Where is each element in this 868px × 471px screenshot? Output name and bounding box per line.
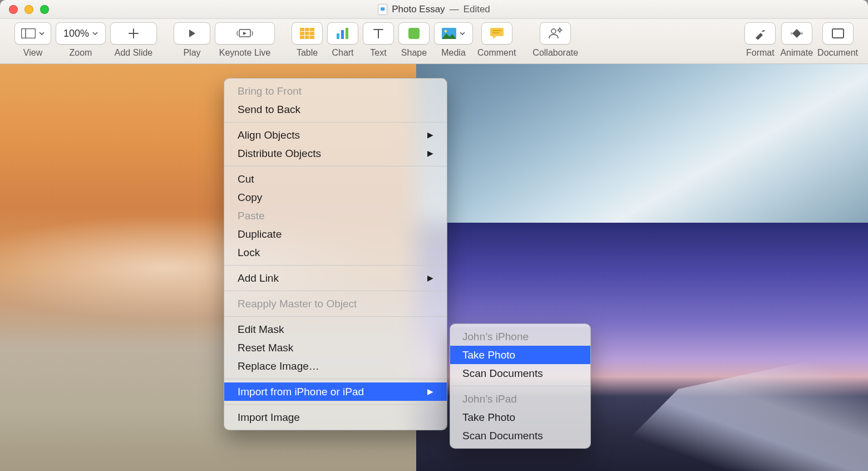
format-icon: [754, 27, 766, 40]
submenu-scan-documents-ipad[interactable]: Scan Documents: [450, 426, 590, 445]
title-dash: —: [450, 4, 459, 15]
media-icon: [442, 28, 456, 39]
menu-separator: [224, 316, 447, 317]
menu-separator: [224, 291, 447, 291]
menu-duplicate[interactable]: Duplicate: [224, 225, 447, 243]
text-button[interactable]: [363, 22, 394, 45]
svg-point-19: [551, 29, 556, 33]
slide-image-ice[interactable]: [416, 64, 868, 223]
menu-separator: [224, 404, 447, 405]
svg-rect-21: [832, 29, 844, 38]
table-button[interactable]: [292, 22, 323, 45]
collaborate-label: Collaborate: [532, 48, 578, 58]
animate-button[interactable]: [781, 22, 812, 45]
shape-button[interactable]: [398, 22, 430, 45]
zoom-button[interactable]: 100%: [56, 22, 106, 45]
menu-reapply-master: Reapply Master to Object: [224, 295, 447, 313]
keynote-live-button[interactable]: [215, 22, 275, 45]
table-label: Table: [297, 48, 318, 58]
window-title: Photo Essay — Edited: [378, 4, 490, 15]
format-button[interactable]: [744, 22, 776, 45]
submenu-device-ipad: John’s iPad: [450, 390, 590, 408]
menu-align-objects[interactable]: Align Objects▶: [224, 126, 447, 144]
add-slide-label: Add Slide: [115, 48, 153, 58]
table-icon: [300, 28, 314, 39]
format-label: Format: [746, 48, 775, 58]
minimize-window-button[interactable]: [24, 5, 33, 14]
menu-edit-mask[interactable]: Edit Mask: [224, 320, 447, 338]
svg-rect-2: [22, 29, 36, 38]
menu-replace-image[interactable]: Replace Image…: [224, 357, 447, 375]
svg-rect-0: [381, 7, 384, 10]
play-button[interactable]: [174, 22, 210, 45]
submenu-scan-documents-iphone[interactable]: Scan Documents: [450, 364, 590, 382]
chart-label: Chart: [332, 48, 353, 58]
svg-rect-16: [490, 28, 504, 36]
menu-reset-mask[interactable]: Reset Mask: [224, 338, 447, 357]
menu-copy[interactable]: Copy: [224, 188, 447, 207]
menu-lock[interactable]: Lock: [224, 243, 447, 262]
submenu-arrow-icon: ▶: [427, 269, 433, 287]
svg-rect-12: [346, 28, 348, 39]
menu-cut[interactable]: Cut: [224, 170, 447, 188]
menu-separator: [224, 379, 447, 379]
svg-point-15: [445, 30, 447, 33]
media-label: Media: [441, 48, 466, 58]
submenu-arrow-icon: ▶: [427, 382, 433, 401]
zoom-value: 100%: [63, 28, 89, 40]
submenu-arrow-icon: ▶: [427, 144, 433, 163]
keynote-live-icon: [236, 28, 253, 39]
media-button[interactable]: [434, 22, 473, 45]
collaborate-icon: [548, 27, 563, 40]
menu-send-to-back[interactable]: Send to Back: [224, 100, 447, 119]
chart-button[interactable]: [327, 22, 358, 45]
close-window-button[interactable]: [9, 5, 18, 14]
menu-separator: [224, 265, 447, 266]
menu-distribute-objects[interactable]: Distribute Objects▶: [224, 144, 447, 163]
view-icon: [21, 28, 36, 38]
menu-add-link[interactable]: Add Link▶: [224, 269, 447, 287]
chart-icon: [336, 28, 349, 39]
document-status: Edited: [463, 4, 490, 15]
animate-label: Animate: [780, 48, 813, 58]
plus-icon: [128, 28, 139, 39]
document-icon: [832, 28, 844, 38]
menu-paste: Paste: [224, 207, 447, 225]
svg-rect-1: [382, 11, 383, 11]
svg-rect-6: [300, 32, 314, 35]
comment-label: Comment: [477, 48, 516, 58]
toolbar: View 100% Zoom Add Slide Play: [0, 19, 868, 64]
text-icon: [373, 28, 384, 39]
document-button[interactable]: [822, 22, 854, 45]
submenu-arrow-icon: ▶: [427, 126, 433, 144]
import-submenu: John’s iPhone Take Photo Scan Documents …: [450, 323, 591, 449]
zoom-window-button[interactable]: [40, 5, 49, 14]
submenu-device-iphone: John’s iPhone: [450, 327, 590, 346]
menu-separator: [450, 386, 590, 386]
chevron-down-icon: [460, 28, 465, 38]
add-slide-button[interactable]: [110, 22, 157, 45]
comment-icon: [490, 28, 504, 39]
menu-bring-to-front: Bring to Front: [224, 82, 447, 100]
chevron-down-icon: [92, 28, 98, 38]
comment-button[interactable]: [481, 22, 512, 45]
view-button[interactable]: [14, 22, 51, 45]
collaborate-button[interactable]: [540, 22, 571, 45]
svg-rect-5: [300, 28, 314, 31]
zoom-label: Zoom: [70, 48, 92, 58]
shape-icon: [408, 27, 420, 40]
titlebar: Photo Essay — Edited: [0, 0, 868, 19]
submenu-take-photo-ipad[interactable]: Take Photo: [450, 408, 590, 426]
play-icon: [187, 28, 197, 38]
shape-label: Shape: [401, 48, 427, 58]
view-label: View: [23, 48, 42, 58]
text-label: Text: [370, 48, 386, 58]
svg-rect-7: [300, 36, 314, 39]
context-menu: Bring to Front Send to Back Align Object…: [224, 78, 447, 430]
svg-point-20: [559, 29, 561, 32]
svg-rect-13: [408, 28, 420, 39]
menu-import-from-device[interactable]: Import from iPhone or iPad▶: [224, 382, 447, 401]
menu-import-image[interactable]: Import Image: [224, 408, 447, 426]
submenu-take-photo-iphone[interactable]: Take Photo: [450, 346, 590, 364]
chevron-down-icon: [39, 28, 45, 38]
